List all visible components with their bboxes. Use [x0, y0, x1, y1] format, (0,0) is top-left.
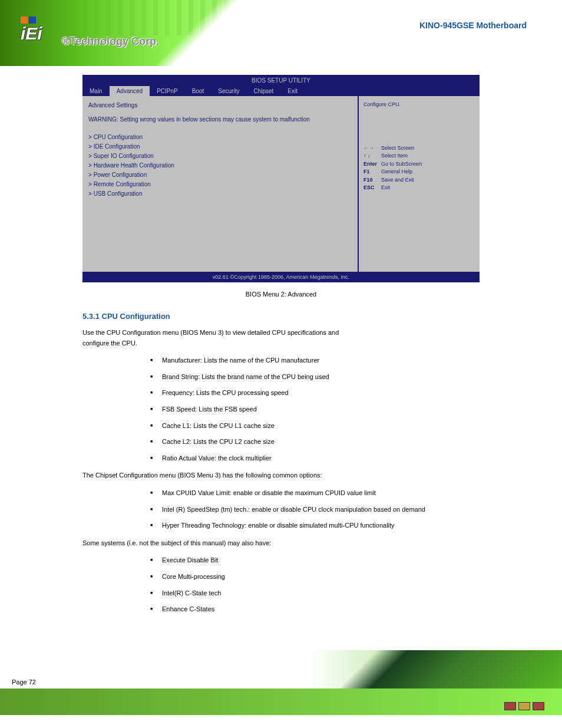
tab-advanced[interactable]: Advanced	[110, 86, 150, 96]
bios-title: BIOS SETUP UTILITY	[82, 75, 480, 86]
page-number: Page 72	[12, 678, 36, 686]
intro-text: Use the CPU Configuration menu (BIOS Men…	[82, 328, 480, 348]
bios-warning: WARNING: Setting wrong values in below s…	[88, 115, 352, 124]
list-item: Execute Disable Bit	[150, 555, 480, 566]
list-item: Intel(R) C-State tech	[150, 588, 480, 599]
submenu-hwhealth[interactable]: > Hardware Health Configuration	[88, 161, 352, 170]
chipset-options-list: Max CPUID Value Limit: enable or disable…	[150, 488, 480, 531]
help-title: Configure CPU.	[363, 101, 475, 109]
logo-text: iEi	[21, 24, 42, 44]
submenu-usb[interactable]: > USB Configuration	[88, 189, 352, 199]
bios-tabs: Main Advanced PCIPnP Boot Security Chips…	[82, 86, 480, 96]
submenu-remote[interactable]: > Remote Configuration	[88, 180, 352, 189]
cpu-info-list: Manufacturer: Lists the name of the CPU …	[150, 355, 480, 463]
tab-main[interactable]: Main	[82, 86, 110, 96]
list-item: Enhance C-States	[150, 604, 480, 615]
tab-boot[interactable]: Boot	[185, 86, 211, 96]
related-list: Execute Disable Bit Core Multi-processin…	[150, 555, 480, 614]
bios-copyright: v02.61 ©Copyright 1985-2006, American Me…	[82, 272, 480, 282]
list-item: Core Multi-processing	[150, 572, 480, 582]
chipset-intro: The Chipset Configuration menu (BIOS Men…	[82, 470, 480, 481]
tab-pcipnp[interactable]: PCIPnP	[150, 86, 185, 96]
bios-window: BIOS SETUP UTILITY Main Advanced PCIPnP …	[82, 75, 480, 282]
list-item: Cache L1: Lists the CPU L1 cache size	[150, 421, 480, 431]
tab-exit[interactable]: Exit	[280, 86, 305, 96]
related-intro: Some systems (i.e. not the subject of th…	[82, 538, 480, 549]
section-heading: Advanced Settings	[88, 101, 352, 110]
list-item: FSB Speed: Lists the FSB speed	[150, 404, 480, 415]
company-name: ®Technology Corp.	[62, 35, 159, 48]
list-item: Frequency: Lists the CPU processing spee…	[150, 388, 480, 398]
submenu-ide[interactable]: > IDE Configuration	[88, 142, 352, 151]
product-name: KINO-945GSE Motherboard	[419, 21, 527, 30]
list-item: Brand String: Lists the brand name of th…	[150, 372, 480, 383]
submenu-superio[interactable]: > Super IO Configuration	[88, 151, 352, 161]
submenu-cpu[interactable]: > CPU Configuration	[88, 133, 352, 142]
figure-caption: BIOS Menu 2: Advanced	[82, 291, 480, 298]
list-item: Manufacturer: Lists the name of the CPU …	[150, 355, 480, 366]
section-title: 5.3.1 CPU Configuration	[82, 312, 480, 321]
bios-help: Configure CPU. ←→Select Screen ↑ ↓Select…	[358, 96, 480, 272]
tab-chipset[interactable]: Chipset	[246, 86, 280, 96]
submenu-power[interactable]: > Power Configuration	[88, 170, 352, 180]
list-item: Hyper Threading Technology: enable or di…	[150, 521, 480, 531]
list-item: Max CPUID Value Limit: enable or disable…	[150, 488, 480, 499]
list-item: Cache L2: Lists the CPU L2 cache size	[150, 437, 480, 447]
tab-security[interactable]: Security	[211, 86, 246, 96]
list-item: Ratio Actual Value: the clock multiplier	[150, 453, 480, 464]
bios-content: Advanced Settings WARNING: Setting wrong…	[82, 96, 358, 272]
list-item: Intel (R) SpeedStep (tm) tech.: enable o…	[150, 505, 480, 515]
